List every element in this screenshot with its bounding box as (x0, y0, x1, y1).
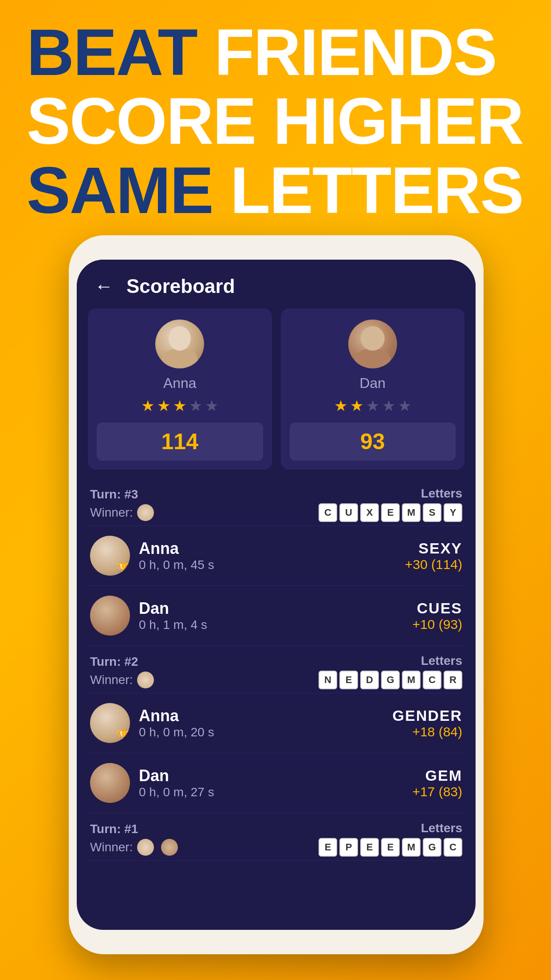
app-screen: ← Scoreboard Anna ★ ★ ★ ★ ★ 114 (77, 260, 476, 930)
total-val-anna-2: (84) (439, 724, 462, 739)
turn-label-3: Turn: #3 (90, 487, 154, 502)
winner-avatar-1b (161, 839, 178, 856)
letters-section-3: Letters C U X E M S Y (319, 486, 462, 522)
move-time-anna-3: 0 h, 0 m, 45 s (139, 558, 396, 572)
move-row-dan-2: Dan 0 h, 0 m, 27 s GEM +17 (83) (88, 753, 464, 813)
winner-label-2: Winner: (90, 673, 133, 687)
beat-text: BEAT (27, 16, 197, 89)
move-word-anna-2: GENDER (393, 707, 462, 724)
score-box-anna: 114 (97, 423, 263, 461)
points-val-dan-3: +10 (412, 617, 435, 632)
letters-text: LETTERS (213, 154, 523, 227)
star-2: ★ (350, 397, 363, 415)
tile-E3: E (319, 838, 337, 857)
move-info-anna-3: Anna 0 h, 0 m, 45 s (139, 539, 396, 572)
move-score-dan-2: GEM +17 (83) (412, 767, 462, 799)
score-dan: 93 (360, 429, 385, 454)
turn-header-3: Turn: #3 Winner: Letters C U X E M S (88, 478, 464, 526)
trophy-icon-anna-2: 🏆 (116, 729, 130, 743)
header-line1: BEAT FRIENDS (27, 18, 524, 87)
move-points-anna-2: +18 (84) (393, 724, 462, 739)
phone-mockup: ← Scoreboard Anna ★ ★ ★ ★ ★ 114 (69, 235, 484, 954)
letter-tiles-1: E P E E M G C (319, 838, 462, 857)
move-points-dan-3: +10 (93) (412, 617, 462, 632)
tile-D: D (360, 671, 379, 689)
tile-Y: Y (444, 503, 462, 522)
tile-C3: C (444, 838, 462, 857)
tile-U: U (339, 503, 358, 522)
score-anna: 114 (161, 429, 198, 454)
scroll-content[interactable]: Turn: #3 Winner: Letters C U X E M S (77, 478, 476, 930)
avatar-dan (348, 320, 397, 368)
star-4: ★ (189, 397, 202, 415)
points-val-anna-2: +18 (412, 724, 435, 739)
turn-header-1: Turn: #1 Winner: Letters E P E E M (88, 813, 464, 861)
move-score-dan-3: CUES +10 (93) (412, 600, 462, 632)
avatar-anna (155, 320, 204, 368)
winner-label-3: Winner: (90, 506, 133, 520)
player-card-dan: Dan ★ ★ ★ ★ ★ 93 (281, 308, 465, 470)
winner-label-1: Winner: (90, 840, 133, 854)
tile-C: C (319, 503, 337, 522)
move-points-dan-2: +17 (83) (412, 784, 462, 799)
move-word-dan-2: GEM (412, 767, 462, 784)
tile-E: E (381, 503, 400, 522)
move-info-anna-2: Anna 0 h, 0 m, 20 s (139, 707, 384, 739)
winner-row-2: Winner: (90, 672, 154, 688)
player-name-anna: Anna (163, 375, 197, 391)
players-section: Anna ★ ★ ★ ★ ★ 114 Dan ★ ★ (77, 308, 476, 470)
move-avatar-dan-3 (90, 596, 130, 636)
turn-info-2: Turn: #2 Winner: (90, 655, 154, 688)
move-time-anna-2: 0 h, 0 m, 20 s (139, 725, 384, 739)
move-name-dan-2: Dan (139, 767, 403, 785)
star-5: ★ (205, 397, 218, 415)
move-word-dan-3: CUES (412, 600, 462, 617)
screen-title: Scoreboard (126, 275, 235, 297)
letters-label-3: Letters (421, 486, 462, 501)
score-box-dan: 93 (290, 423, 456, 461)
tile-P: P (339, 838, 358, 857)
stars-anna: ★ ★ ★ ★ ★ (141, 397, 218, 415)
winner-row-1: Winner: (90, 839, 178, 856)
total-val-anna-3: (114) (431, 557, 462, 572)
turn-header-2: Turn: #2 Winner: Letters N E D G M C (88, 646, 464, 693)
player-name-dan: Dan (359, 375, 386, 391)
back-button[interactable]: ← (94, 276, 113, 297)
same-text: SAME (27, 154, 213, 227)
tile-M2: M (402, 671, 421, 689)
header-line3: SAME LETTERS (27, 156, 524, 225)
move-time-dan-3: 0 h, 1 m, 4 s (139, 618, 403, 632)
tile-E2: E (339, 671, 358, 689)
move-avatar-anna-2: 🏆 (90, 703, 130, 743)
tile-E4: E (360, 838, 379, 857)
total-val-dan-2: (83) (439, 784, 462, 799)
move-info-dan-3: Dan 0 h, 1 m, 4 s (139, 599, 403, 632)
letter-tiles-2: N E D G M C R (319, 671, 462, 689)
move-time-dan-2: 0 h, 0 m, 27 s (139, 785, 403, 799)
tile-C2: C (423, 671, 441, 689)
move-word-anna-3: SEXY (405, 540, 462, 557)
tile-M: M (402, 503, 421, 522)
winner-row-3: Winner: (90, 504, 154, 521)
tile-G2: G (423, 838, 441, 857)
star-2: ★ (157, 397, 170, 415)
move-avatar-dan-2 (90, 763, 130, 803)
turn-label-1: Turn: #1 (90, 822, 178, 836)
winner-avatar-2 (137, 672, 154, 688)
move-name-dan-3: Dan (139, 599, 403, 618)
move-row-anna-3: 🏆 Anna 0 h, 0 m, 45 s SEXY +30 (114) (88, 526, 464, 586)
star-5: ★ (398, 397, 411, 415)
move-points-anna-3: +30 (114) (405, 557, 462, 572)
tile-E5: E (381, 838, 400, 857)
winner-avatar-1a (137, 839, 154, 856)
star-1: ★ (334, 397, 347, 415)
move-row-anna-2: 🏆 Anna 0 h, 0 m, 20 s GENDER +18 (84) (88, 693, 464, 753)
letters-label-2: Letters (421, 654, 462, 668)
star-3: ★ (366, 397, 379, 415)
total-val-dan-3: (93) (439, 617, 462, 632)
stars-dan: ★ ★ ★ ★ ★ (334, 397, 411, 415)
move-row-dan-3: Dan 0 h, 1 m, 4 s CUES +10 (93) (88, 586, 464, 646)
turn-info-3: Turn: #3 Winner: (90, 487, 154, 521)
move-name-anna-2: Anna (139, 707, 384, 725)
tile-M3: M (402, 838, 421, 857)
